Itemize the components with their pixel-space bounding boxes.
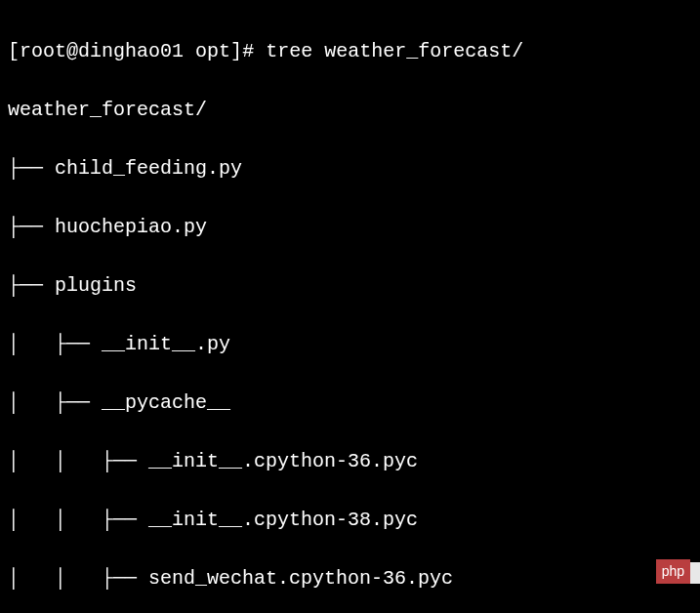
prompt-cwd: opt (195, 40, 230, 62)
tree-line: ├── child_feeding.py (8, 154, 692, 184)
prompt-symbol: # (242, 40, 254, 62)
terminal-output: [root@dinghao01 opt]# tree weather_forec… (8, 8, 692, 613)
tree-line: │ ├── __pycache__ (8, 388, 692, 418)
tree-line: │ │ ├── send_wechat.cpython-36.pyc (8, 564, 692, 593)
tree-line: │ ├── __init__.py (8, 330, 692, 359)
tree-line: ├── huochepiao.py (8, 213, 692, 242)
tree-line: ├── plugins (8, 271, 692, 301)
prompt-user: root (20, 40, 66, 62)
watermark-badge: php (656, 559, 690, 584)
tree-root: weather_forecast/ (8, 96, 692, 125)
tree-line: │ │ ├── __init__.cpython-36.pyc (8, 447, 692, 476)
command-line: [root@dinghao01 opt]# tree weather_forec… (8, 37, 692, 66)
tree-line: │ │ ├── __init__.cpython-38.pyc (8, 506, 692, 535)
watermark-text: php (662, 563, 684, 579)
command-text: tree weather_forecast/ (266, 40, 523, 62)
prompt-host: dinghao01 (78, 40, 184, 62)
